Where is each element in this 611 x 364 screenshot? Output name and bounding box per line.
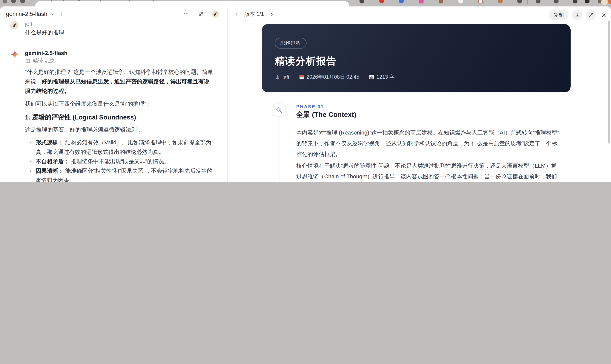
tab-ui-fragment	[78, 0, 80, 1]
assistant-message: gemini-2.5-flash 精读完成! “什么是好的推理？”这是一个涉及逻…	[10, 49, 214, 182]
section-heading: 1. 逻辑的严密性 (Logical Soundness)	[25, 113, 214, 122]
settings-tune-icon[interactable]	[197, 10, 205, 18]
version-navigator: 版本 1/1	[233, 10, 276, 19]
chat-panel: gemini-2.5-flash +	[0, 6, 228, 182]
browser-extension-icon[interactable]	[478, 0, 483, 3]
browser-extension-icon[interactable]	[379, 0, 384, 3]
browser-extension-icon[interactable]	[11, 0, 16, 3]
browser-extension-icon[interactable]	[438, 0, 443, 3]
report-title: 精读分析报告	[275, 55, 558, 67]
open-book-icon	[25, 58, 30, 64]
user-message-text: 什么是好的推理	[25, 28, 214, 37]
version-label: 版本 1/1	[244, 11, 264, 18]
person-icon	[275, 74, 280, 80]
download-icon[interactable]	[572, 10, 582, 20]
browser-extension-icon[interactable]	[419, 0, 424, 3]
browser-extension-icon[interactable]	[601, 0, 608, 5]
phase1-icon-box	[273, 104, 286, 117]
tab-ui-fragment	[100, 0, 101, 1]
paragraph: “什么是好的推理？”这是一个涉及逻辑学、认知科学和哲学核心的问题。简单来说，好的…	[25, 67, 214, 96]
browser-extension-icon[interactable]	[585, 0, 589, 3]
phase1-label: PHASE 01	[296, 104, 324, 109]
report-hero-card: 思维过程 精读分析报告 jeff 2026年01月08日 02:45 1213 …	[262, 24, 571, 92]
tab-ui-fragment	[153, 0, 154, 1]
more-options-icon[interactable]	[182, 10, 190, 18]
app-window: gemini-2.5-flash +	[0, 6, 611, 182]
list-item: 形式逻辑： 结构必须有效（Valid）。比如演绎推理中，如果前提全部为真，那么通…	[36, 138, 214, 157]
tab-ui-fragment	[129, 0, 130, 1]
phase1-title: 全景 (The Context)	[296, 110, 356, 119]
list-item: 不自相矛盾： 推理链条中不能出现“既是又非”的情况。	[36, 157, 214, 166]
paragraph: 这是推理的基石。好的推理必须遵循逻辑法则：	[25, 125, 214, 134]
assistant-message-body: “什么是好的推理？”这是一个涉及逻辑学、认知科学和哲学核心的问题。简单来说，好的…	[25, 67, 214, 182]
artifact-panel: 版本 1/1 复制 思维过程 精读分析报告	[228, 6, 611, 182]
report-word-count: 1213 字	[369, 74, 395, 81]
browser-extension-icon[interactable]	[399, 0, 404, 3]
browser-extension-icon[interactable]	[458, 0, 463, 3]
model-selector[interactable]: gemini-2.5-flash +	[6, 10, 63, 18]
browser-extension-icon[interactable]	[498, 0, 503, 3]
report-datetime: 2026年01月08日 02:45	[299, 74, 359, 81]
list-item: 因果清晰： 能准确区分“相关性”和“因果关系”，不会轻率地将先后发生的事情归为因…	[36, 166, 214, 182]
browser-extension-icon[interactable]	[554, 0, 558, 3]
chat-message-list[interactable]: jeff 什么是好的推理	[0, 19, 227, 182]
paragraph: 我们可以从以下四个维度来衡量什么是“好的推理”：	[25, 99, 214, 109]
user-avatar[interactable]	[212, 10, 219, 17]
user-message-avatar	[10, 21, 18, 29]
gemini-star-icon	[10, 50, 25, 182]
assistant-status-text: 精读完成!	[33, 57, 56, 65]
close-icon[interactable]	[600, 11, 608, 19]
phase1-paragraph-2: 核心情境在于解决“思考的随意性”问题。不论是人类通过批判性思维进行决策，还是大语…	[296, 160, 560, 182]
user-name: jeff	[25, 20, 214, 28]
chevron-down-icon[interactable]	[50, 11, 55, 16]
report-badge: 思维过程	[275, 38, 306, 49]
assistant-name: gemini-2.5-flash	[25, 49, 214, 57]
artifact-actions: 复制	[549, 10, 608, 20]
browser-extension-icon[interactable]	[359, 0, 364, 3]
phase1-paragraph-1: 本内容是对“推理 (Reasoning)”这一抽象概念的高层建模。在知识爆炸与人…	[296, 127, 560, 159]
expand-icon[interactable]	[586, 10, 596, 20]
browser-extension-icon[interactable]	[608, 0, 611, 4]
prev-version-icon[interactable]	[233, 10, 240, 18]
screen: gemini-2.5-flash +	[0, 0, 611, 182]
browser-extension-icon[interactable]	[517, 0, 522, 3]
phase-connector-line	[279, 117, 279, 182]
chat-header: gemini-2.5-flash +	[0, 6, 227, 19]
bullet-list: 形式逻辑： 结构必须有效（Valid）。比如演绎推理中，如果前提全部为真，那么通…	[25, 138, 214, 182]
browser-extension-icon[interactable]	[536, 0, 541, 3]
calendar-icon	[299, 74, 305, 80]
browser-extension-icon[interactable]	[573, 0, 577, 3]
magnifier-icon	[276, 107, 282, 114]
tab-ui-fragment	[51, 0, 52, 1]
browser-tab[interactable]	[35, 1, 349, 6]
new-chat-button[interactable]: +	[59, 10, 63, 18]
report-meta: jeff 2026年01月08日 02:45 1213 字	[275, 74, 558, 81]
scrollbar-thumb[interactable]	[608, 21, 610, 143]
tab-ui-fragment	[63, 0, 64, 1]
model-name: gemini-2.5-flash	[6, 11, 47, 17]
report-author: jeff	[275, 74, 289, 80]
next-version-icon[interactable]	[268, 10, 276, 18]
copy-button[interactable]: 复制	[549, 10, 568, 20]
browser-extension-icon[interactable]	[527, 0, 528, 4]
browser-extension-icon[interactable]	[20, 0, 25, 3]
browser-top-strip	[0, 0, 611, 6]
bar-chart-icon	[369, 74, 374, 80]
assistant-status: 精读完成!	[25, 57, 214, 65]
browser-extension-icon[interactable]	[3, 0, 7, 3]
user-message: jeff 什么是好的推理	[10, 20, 214, 37]
